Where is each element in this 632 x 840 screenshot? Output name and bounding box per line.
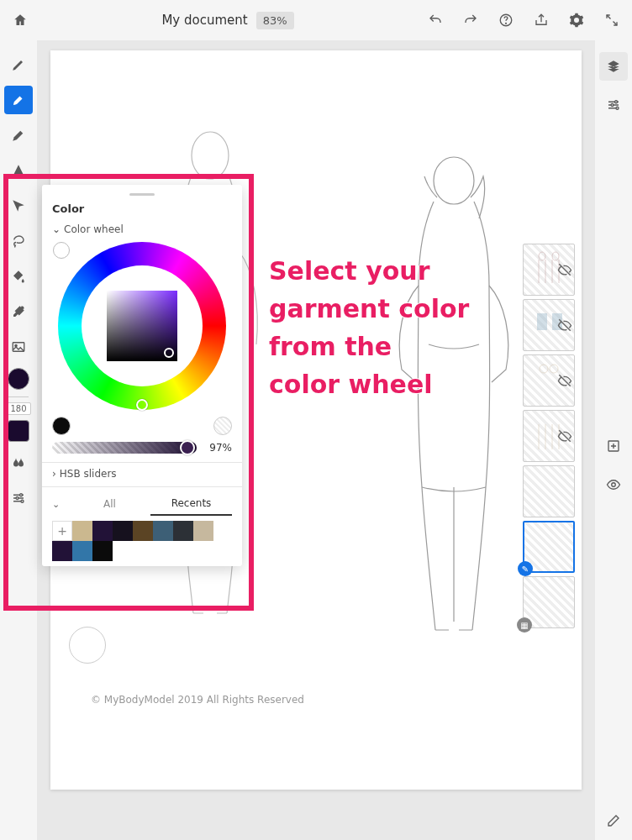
separator: [42, 462, 242, 463]
recent-swatch[interactable]: [72, 541, 92, 561]
undo-icon[interactable]: [425, 10, 445, 30]
image-tool[interactable]: [4, 333, 33, 361]
layer-thumb-5[interactable]: [523, 465, 575, 517]
svg-point-13: [434, 157, 474, 204]
saturation-box[interactable]: [107, 291, 177, 361]
recent-swatch[interactable]: [173, 521, 193, 541]
svg-point-12: [192, 132, 229, 179]
blend-tool[interactable]: [4, 449, 33, 477]
svg-point-6: [21, 500, 24, 502]
recent-swatch[interactable]: [92, 541, 113, 561]
add-layer-icon[interactable]: [599, 432, 628, 460]
visibility-icon[interactable]: [599, 470, 628, 499]
recent-swatch[interactable]: [193, 521, 213, 541]
chevron-right-icon: ›: [52, 468, 56, 480]
recent-swatch[interactable]: [92, 521, 113, 541]
eraser-tool[interactable]: [599, 806, 628, 835]
recent-swatch[interactable]: [133, 521, 153, 541]
layer-thumb-7[interactable]: ▦: [523, 576, 575, 628]
redo-icon[interactable]: [461, 10, 481, 30]
color-wheel-label: Color wheel: [64, 223, 124, 235]
right-toolbar: [595, 40, 632, 840]
swatch-transparent[interactable]: [213, 417, 232, 435]
svg-point-1: [506, 23, 507, 24]
svg-point-8: [611, 104, 614, 107]
layer-flag-icon: ▦: [517, 617, 532, 633]
expand-swatches-icon[interactable]: ⌄: [52, 499, 69, 510]
current-color-square[interactable]: [8, 420, 29, 442]
svg-point-14: [539, 252, 545, 260]
opacity-slider[interactable]: [52, 442, 197, 454]
opacity-value[interactable]: 97%: [203, 442, 232, 454]
hidden-icon: [557, 262, 572, 277]
current-color-circle[interactable]: [8, 368, 29, 390]
color-wheel-section-toggle[interactable]: ⌄ Color wheel: [52, 223, 232, 235]
add-swatch-button[interactable]: +: [52, 521, 72, 541]
croquis-back: [370, 151, 538, 655]
shape-tool[interactable]: [4, 156, 33, 185]
svg-point-4: [20, 494, 23, 496]
recent-swatches: +: [52, 521, 232, 561]
hue-handle[interactable]: [136, 399, 148, 411]
svg-point-17: [550, 365, 558, 373]
svg-point-16: [540, 365, 548, 373]
copyright-text: © MyBodyModel 2019 All Rights Reserved: [91, 694, 304, 706]
layer-thumb-6[interactable]: ✎: [523, 521, 575, 573]
recent-swatch[interactable]: [153, 521, 173, 541]
fill-tool[interactable]: [4, 262, 33, 291]
recent-swatch[interactable]: [72, 521, 92, 541]
document-title: My document: [161, 13, 247, 28]
tab-all[interactable]: All: [69, 493, 150, 515]
move-tool[interactable]: [4, 192, 33, 220]
opacity-handle[interactable]: [180, 440, 195, 455]
hidden-icon: [557, 373, 572, 388]
top-bar: My document 83%: [0, 0, 632, 40]
svg-point-7: [615, 101, 618, 103]
eyedropper-tool[interactable]: [4, 297, 33, 326]
chevron-down-icon: ⌄: [52, 223, 61, 235]
lasso-tool[interactable]: [4, 227, 33, 255]
svg-point-11: [612, 483, 616, 487]
zoom-level[interactable]: 83%: [256, 12, 294, 29]
svg-point-5: [16, 497, 18, 500]
layers-strip: ✎ ▦: [523, 244, 575, 628]
adjust-tool[interactable]: [4, 484, 33, 512]
help-icon[interactable]: [496, 10, 516, 30]
svg-point-9: [616, 107, 619, 109]
hidden-icon: [557, 318, 572, 333]
rotation-indicator[interactable]: 180: [6, 402, 30, 415]
left-toolbar: 180: [0, 40, 37, 840]
tab-recents[interactable]: Recents: [150, 492, 232, 516]
edit-layer-icon: ✎: [518, 561, 533, 576]
fullscreen-icon[interactable]: [602, 10, 622, 30]
color-wheel[interactable]: [58, 242, 226, 410]
separator: [42, 486, 242, 487]
hsb-section-toggle[interactable]: › HSB sliders: [52, 468, 232, 480]
color-panel: Color ⌄ Color wheel 97% › HSB sliders ⌄ …: [42, 185, 242, 566]
blank-swatch-circle[interactable]: [69, 627, 106, 664]
swatch-black[interactable]: [52, 417, 71, 435]
hidden-icon: [557, 428, 572, 444]
layer-thumb-1[interactable]: [523, 244, 575, 296]
layer-thumb-4[interactable]: [523, 410, 575, 462]
share-icon[interactable]: [531, 10, 551, 30]
properties-panel-icon[interactable]: [599, 91, 628, 119]
pen-tool[interactable]: [4, 121, 33, 150]
layer-thumb-3[interactable]: [523, 354, 575, 407]
hsb-label: HSB sliders: [60, 468, 117, 480]
home-icon[interactable]: [10, 10, 30, 30]
saturation-handle[interactable]: [164, 348, 174, 358]
svg-point-15: [552, 252, 559, 260]
panel-title: Color: [52, 202, 232, 215]
settings-icon[interactable]: [566, 10, 587, 30]
panel-drag-handle[interactable]: [129, 193, 155, 196]
brush-tool[interactable]: [4, 86, 33, 114]
layer-thumb-2[interactable]: [523, 299, 575, 351]
recent-swatch[interactable]: [113, 521, 133, 541]
separator: [8, 396, 29, 397]
recent-swatch[interactable]: [52, 541, 72, 561]
pencil-tool[interactable]: [4, 50, 33, 79]
no-color-swatch[interactable]: [53, 242, 70, 259]
layers-panel-icon[interactable]: [599, 52, 628, 81]
